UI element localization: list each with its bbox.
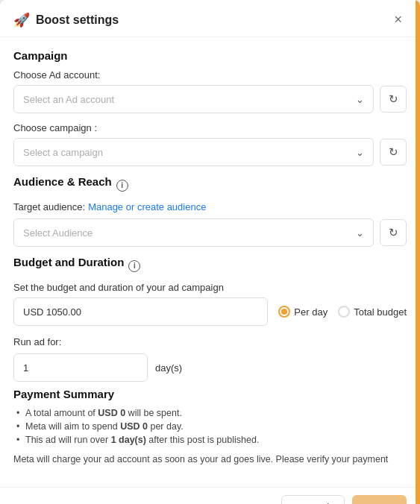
per-day-radio-inner: [281, 309, 287, 315]
bullet3-text: This ad will run over: [25, 435, 111, 445]
duration-unit: day(s): [155, 362, 182, 374]
audience-chevron-icon: ⌄: [356, 227, 364, 239]
cancel-button[interactable]: Cancel: [281, 495, 345, 504]
modal-title: Boost settings: [36, 13, 119, 27]
campaign-select[interactable]: Select a campaign ⌄: [13, 138, 374, 166]
total-budget-radio[interactable]: [338, 306, 350, 318]
duration-input[interactable]: [13, 353, 148, 382]
audience-title-row: Audience & Reach i: [13, 175, 407, 195]
payment-note: Meta will charge your ad account as soon…: [13, 454, 407, 464]
audience-refresh-button[interactable]: ↻: [380, 219, 407, 246]
budget-info-icon: i: [128, 260, 140, 272]
target-audience-label: Target audience:: [13, 201, 85, 212]
manage-audience-link[interactable]: Manage or create audience: [88, 201, 206, 212]
budget-section: Budget and Duration i Set the budget and…: [13, 256, 407, 382]
target-audience-row: Target audience: Manage or create audien…: [13, 201, 407, 212]
payment-section: Payment Summary A total amount of USD 0 …: [13, 388, 407, 464]
modal-header: 🚀 Boost settings ×: [0, 0, 420, 37]
ad-account-placeholder: Select an Ad account: [23, 94, 114, 105]
payment-bullets: A total amount of USD 0 will be spent. M…: [13, 406, 407, 447]
ad-account-chevron-icon: ⌄: [356, 94, 364, 105]
save-button[interactable]: Save: [352, 495, 407, 504]
campaign-section-title: Campaign: [13, 49, 407, 62]
bullet2-after: per day.: [150, 421, 183, 432]
campaign-placeholder: Select a campaign: [23, 147, 103, 158]
accent-bar: [416, 0, 420, 504]
duration-row: day(s): [13, 353, 407, 382]
per-day-radio[interactable]: [278, 306, 290, 318]
boost-settings-modal: 🚀 Boost settings × Campaign Choose Ad ac…: [0, 0, 420, 504]
close-button[interactable]: ×: [389, 10, 407, 29]
ad-account-select[interactable]: Select an Ad account ⌄: [13, 85, 374, 113]
campaign-chevron-icon: ⌄: [356, 147, 364, 158]
audience-select[interactable]: Select Audience ⌄: [13, 218, 374, 247]
bullet2-text: Meta will aim to spend: [25, 421, 120, 432]
bullet3-bold: 1 day(s): [111, 435, 146, 445]
campaign-label: Choose campaign :: [13, 122, 407, 133]
modal-footer: Cancel Save: [0, 487, 420, 504]
audience-section: Audience & Reach i Target audience: Mana…: [13, 175, 407, 247]
budget-title-row: Budget and Duration i: [13, 256, 407, 276]
payment-title: Payment Summary: [13, 388, 407, 400]
audience-refresh-icon: ↻: [389, 226, 398, 239]
campaign-section: Campaign Choose Ad account: Select an Ad…: [13, 49, 407, 166]
budget-input[interactable]: [13, 297, 268, 326]
ad-account-row: Select an Ad account ⌄ ↻: [13, 85, 407, 113]
total-budget-option[interactable]: Total budget: [338, 306, 407, 318]
budget-type-radio-group: Per day Total budget: [278, 306, 407, 318]
budget-description: Set the budget and duration of your ad c…: [13, 282, 407, 293]
per-day-label: Per day: [294, 306, 327, 318]
audience-section-title: Audience & Reach: [13, 175, 112, 188]
per-day-option[interactable]: Per day: [278, 306, 327, 318]
modal-body: Campaign Choose Ad account: Select an Ad…: [0, 37, 420, 487]
audience-select-row: Select Audience ⌄ ↻: [13, 218, 407, 247]
ad-account-label: Choose Ad account:: [13, 69, 407, 81]
run-ad-label: Run ad for:: [13, 336, 407, 347]
budget-input-row: Per day Total budget: [13, 297, 407, 326]
bullet2-bold: USD 0: [120, 421, 148, 432]
campaign-refresh-button[interactable]: ↻: [380, 139, 407, 166]
total-budget-label: Total budget: [354, 306, 407, 318]
audience-info-icon: i: [116, 180, 128, 192]
refresh-icon: ↻: [389, 92, 398, 106]
bullet1-bold: USD 0: [98, 408, 125, 418]
payment-bullet-1: A total amount of USD 0 will be spent.: [13, 406, 407, 420]
modal-title-row: 🚀 Boost settings: [13, 12, 119, 28]
budget-section-title: Budget and Duration: [13, 256, 124, 268]
payment-bullet-3: This ad will run over 1 day(s) after thi…: [13, 433, 407, 447]
campaign-row: Select a campaign ⌄ ↻: [13, 138, 407, 166]
bullet1-text: A total amount of: [25, 408, 98, 418]
campaign-refresh-icon: ↻: [389, 145, 398, 159]
payment-bullet-2: Meta will aim to spend USD 0 per day.: [13, 420, 407, 433]
bullet3-after: after this post is published.: [148, 435, 259, 445]
bullet1-after: will be spent.: [128, 408, 182, 418]
audience-placeholder: Select Audience: [23, 227, 93, 239]
rocket-icon: 🚀: [13, 12, 30, 28]
ad-account-refresh-button[interactable]: ↻: [380, 86, 407, 113]
